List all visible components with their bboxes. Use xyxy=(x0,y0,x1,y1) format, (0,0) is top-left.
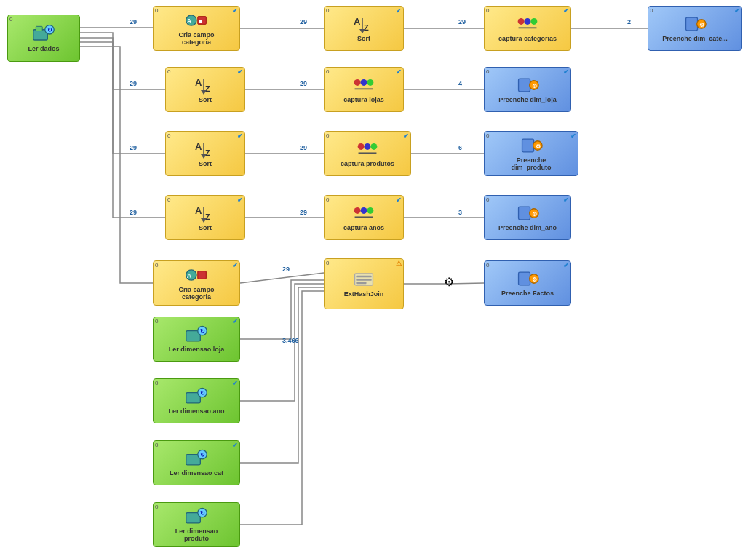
node-label: Ler dimensao loja xyxy=(169,346,225,354)
svg-rect-56 xyxy=(356,276,371,278)
svg-rect-16 xyxy=(686,17,698,31)
svg-text:Z: Z xyxy=(205,148,210,157)
node-badge: 0 xyxy=(326,132,329,139)
check-icon: ✔ xyxy=(232,7,238,15)
check-icon: ✔ xyxy=(563,7,569,15)
conn-num-13: 3 xyxy=(458,209,462,216)
node-sort2[interactable]: 0 ✔ A Z Sort xyxy=(165,67,245,112)
warn-icon: ⚠ xyxy=(396,260,402,267)
node-badge: 0 xyxy=(167,196,170,203)
node-preenche-dim-loja[interactable]: 0 ✔ ⚙ Preenche dim_loja xyxy=(484,67,571,112)
conn-num-3: 29 xyxy=(130,144,137,151)
node-icon: ↻ xyxy=(185,325,208,345)
node-label: Sort xyxy=(199,225,212,232)
node-icon: ⚙ xyxy=(516,75,539,95)
node-icon: ↻ xyxy=(185,386,208,407)
svg-rect-59 xyxy=(519,272,530,285)
svg-point-46 xyxy=(361,207,367,214)
svg-text:Z: Z xyxy=(205,212,210,221)
svg-point-12 xyxy=(518,18,525,25)
node-icon: ↻ xyxy=(32,24,55,44)
node-captura-cat[interactable]: 0 ✔ captura categorias xyxy=(484,6,571,51)
check-icon: ✔ xyxy=(237,68,243,76)
sort-icon: A Z xyxy=(194,75,217,95)
node-sort4[interactable]: 0 ✔ A Z Sort xyxy=(165,195,245,240)
check-icon: ✔ xyxy=(563,196,569,204)
node-label: Sort xyxy=(199,161,212,168)
node-ler-dimensao-loja[interactable]: 0 ✔ ↻ Ler dimensao loja xyxy=(153,317,240,362)
node-label: captura produtos xyxy=(341,161,394,168)
node-badge: 0 xyxy=(155,380,158,386)
node-badge: 0 xyxy=(155,262,158,268)
node-ler-dimensao-ano[interactable]: 0 ✔ ↻ Ler dimensao ano xyxy=(153,378,240,423)
node-badge: 0 xyxy=(155,7,158,14)
conn-num-15: 3.466 xyxy=(282,337,299,344)
svg-text:A: A xyxy=(187,272,192,279)
svg-text:Z: Z xyxy=(364,23,369,32)
node-captura-anos[interactable]: 0 ✔ captura anos xyxy=(324,195,404,240)
check-icon: ✔ xyxy=(232,318,238,325)
node-preenche-dim-produto[interactable]: 0 ✔ ⚙ Preenche dim_produto xyxy=(484,131,578,176)
svg-text:⚙: ⚙ xyxy=(532,211,537,218)
svg-text:↻: ↻ xyxy=(47,27,52,33)
node-preenche-dim-ano[interactable]: 0 ✔ ⚙ Preenche dim_ano xyxy=(484,195,571,240)
node-badge: 0 xyxy=(155,442,158,448)
node-cria-campo-cat2[interactable]: 0 ✔ A Cria campo categoria xyxy=(153,260,240,306)
svg-point-14 xyxy=(530,18,537,25)
check-icon: ✔ xyxy=(232,380,238,387)
svg-rect-53 xyxy=(198,271,207,279)
check-icon: ✔ xyxy=(563,262,569,269)
node-badge: 0 xyxy=(155,318,158,325)
conn-num-2: 29 xyxy=(130,80,137,87)
node-icon: A xyxy=(185,265,208,285)
conn-num-12: 29 xyxy=(300,209,307,216)
node-label: Cria campo categoria xyxy=(164,32,229,47)
sort-icon: A Z xyxy=(194,139,217,159)
node-cria-campo-cat1[interactable]: 0 ✔ A ■ Cria campo categoria xyxy=(153,6,240,51)
node-label: Ler dados xyxy=(28,46,59,53)
node-icon xyxy=(352,269,375,290)
conn-num-14: 29 xyxy=(282,266,290,273)
svg-text:A: A xyxy=(195,141,202,152)
node-label: Preenche dim_produto xyxy=(498,157,564,172)
node-ler-dimensao-produto[interactable]: 0 ↻ Ler dimensao produto xyxy=(153,502,240,547)
node-label: captura anos xyxy=(343,225,384,232)
check-icon: ✔ xyxy=(563,68,569,76)
node-badge: 0 xyxy=(486,196,489,203)
node-ler-dimensao-cat[interactable]: 0 ✔ ↻ Ler dimensao cat xyxy=(153,440,240,485)
node-ler-dados[interactable]: 0 ↻ Ler dados xyxy=(7,15,80,62)
node-label: Ler dimensao ano xyxy=(168,408,224,415)
node-preenche-factos[interactable]: 0 ✔ ⚙ Preenche Factos xyxy=(484,260,571,306)
svg-rect-49 xyxy=(519,207,530,220)
node-captura-produtos[interactable]: 0 ✔ captura produtos xyxy=(324,131,411,176)
svg-point-24 xyxy=(361,79,367,86)
node-ext-hash-join[interactable]: 0 ⚠ ExtHashJoin xyxy=(324,258,404,309)
svg-text:■: ■ xyxy=(199,18,203,25)
node-label: Preenche Factos xyxy=(501,290,554,298)
sort-icon: A Z xyxy=(194,203,217,223)
gear-connector-icon: ⚙ xyxy=(444,275,454,289)
node-label: Ler dimensao produto xyxy=(164,528,229,543)
svg-point-35 xyxy=(365,143,371,150)
conn-num-1: 29 xyxy=(130,18,137,25)
node-sort3[interactable]: 0 ✔ A Z Sort xyxy=(165,131,245,176)
svg-point-47 xyxy=(367,207,373,214)
check-icon: ✔ xyxy=(237,132,243,140)
svg-text:⚙: ⚙ xyxy=(532,276,537,283)
svg-point-13 xyxy=(525,18,531,25)
svg-text:↻: ↻ xyxy=(200,328,205,335)
node-badge: 0 xyxy=(486,262,489,268)
node-badge: 0 xyxy=(167,132,170,139)
node-captura-lojas[interactable]: 0 ✔ captura lojas xyxy=(324,67,404,112)
node-label: captura lojas xyxy=(343,97,384,104)
svg-rect-58 xyxy=(356,282,366,285)
node-sort1[interactable]: 0 ✔ A Z Sort xyxy=(324,6,404,51)
node-label: Sort xyxy=(199,97,212,104)
svg-text:⚙: ⚙ xyxy=(699,22,704,28)
sort-icon: A Z xyxy=(352,14,375,34)
node-label: captura categorias xyxy=(498,36,557,43)
node-preenche-dim-cate[interactable]: 0 ✔ ⚙ Preenche dim_cate... xyxy=(648,6,742,51)
workflow-canvas: 29 29 29 29 29 29 2 29 4 29 6 29 3 29 3.… xyxy=(0,0,756,553)
svg-rect-3 xyxy=(36,26,42,31)
svg-text:Z: Z xyxy=(205,84,210,93)
